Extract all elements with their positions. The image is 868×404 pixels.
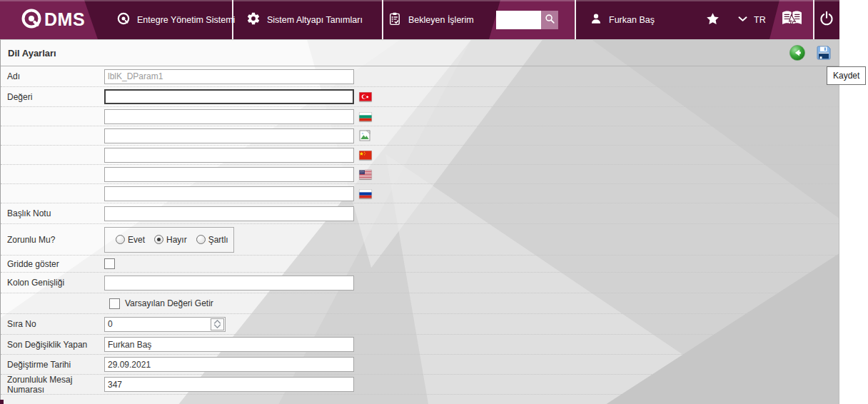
radio-circle[interactable] <box>196 235 206 244</box>
field-label: Son Değişiklik Yapan <box>1 340 104 350</box>
form-row-zorunluluk-mesaj: Zorunluluk Mesaj Numarası <box>1 375 839 395</box>
topbar-search <box>496 0 558 39</box>
form-row-degeri-missing <box>1 126 839 146</box>
degistirme-tarihi-input[interactable] <box>104 357 354 372</box>
logout-button[interactable] <box>819 0 834 39</box>
save-tooltip: Kaydet <box>827 66 866 85</box>
gridde-goster-checkbox[interactable] <box>104 258 115 269</box>
usa-flag-icon <box>359 170 372 179</box>
form-row-degeri-tr: Değeri <box>1 87 839 107</box>
zorunlu-mu-radio-group: Evet Hayır Şartlı <box>104 227 234 253</box>
back-button[interactable] <box>789 44 806 61</box>
user-menu[interactable]: Furkan Baş <box>590 0 655 39</box>
form-row-gridde-goster: Gridde göster <box>1 256 839 273</box>
search-icon <box>544 13 556 27</box>
topbar-divider <box>382 0 383 39</box>
radio-hayir[interactable]: Hayır <box>154 235 187 245</box>
form: Adı Değeri <box>1 66 839 395</box>
corner-chip <box>0 400 4 404</box>
power-icon <box>819 11 834 29</box>
sira-no-input[interactable] <box>104 317 226 332</box>
baslik-notu-input[interactable] <box>104 206 354 221</box>
book-pointer-icon <box>781 9 803 31</box>
field-label: Zorunluluk Mesaj Numarası <box>1 375 104 395</box>
search-input[interactable] <box>496 11 541 29</box>
search-button[interactable] <box>541 11 558 29</box>
gear-icon <box>246 11 261 28</box>
turkey-flag-icon <box>359 92 372 101</box>
form-row-degistirme-tarihi: Değiştirme Tarihi <box>1 355 839 375</box>
radio-sartli[interactable]: Şartlı <box>196 235 228 245</box>
radio-evet[interactable]: Evet <box>116 235 145 245</box>
save-button[interactable] <box>815 44 832 61</box>
radio-circle-selected[interactable] <box>154 235 163 244</box>
app-logo[interactable]: DMS <box>20 0 85 39</box>
app-window: DMS Entegre Yönetim Sistemi Sistem Altya… <box>0 0 868 404</box>
qdms-logo-icon <box>20 7 43 32</box>
russia-flag-icon <box>359 189 372 198</box>
form-row-degeri-us <box>1 165 839 184</box>
clipboard-check-icon <box>388 11 402 28</box>
degeri-input-russian[interactable] <box>104 186 354 201</box>
form-row-degeri-bg <box>1 107 839 126</box>
form-row-degeri-ru <box>1 184 839 203</box>
number-spinner[interactable] <box>211 318 224 330</box>
form-row-baslik-notu: Başlık Notu <box>1 203 839 224</box>
menu-bekleyen-islerim[interactable]: Bekleyen İşlerim <box>388 0 474 39</box>
language-selector[interactable]: TR <box>737 0 766 39</box>
help-documents-button[interactable] <box>781 0 803 39</box>
menu-label: Entegre Yönetim Sistemi <box>137 15 235 25</box>
favorites-button[interactable] <box>705 0 720 39</box>
user-icon <box>590 12 602 27</box>
page-titlebar: Dil Ayarları <box>1 40 839 66</box>
degeri-input-3[interactable] <box>104 128 354 143</box>
menu-entegre-yonetim-sistemi[interactable]: Entegre Yönetim Sistemi <box>116 0 235 39</box>
degeri-input-english[interactable] <box>104 167 354 182</box>
sira-no-field <box>104 317 226 332</box>
field-label: Zorunlu Mu? <box>1 235 104 245</box>
zorunluluk-mesaj-input[interactable] <box>104 377 354 392</box>
menu-sistem-altyapi-tanimlari[interactable]: Sistem Altyapı Tanımları <box>246 0 363 39</box>
form-row-degeri-cn <box>1 146 839 165</box>
son-degisiklik-input[interactable] <box>104 337 354 352</box>
topbar-divider <box>575 0 576 39</box>
page-title: Dil Ayarları <box>1 48 56 59</box>
form-row-kolon-genisligi: Kolon Genişliği <box>1 273 839 293</box>
menu-label: Sistem Altyapı Tanımları <box>267 15 363 25</box>
radio-circle[interactable] <box>116 235 125 244</box>
spinner-down-icon[interactable] <box>213 324 221 328</box>
menu-label: Bekleyen İşlerim <box>408 15 474 25</box>
form-row-varsayilan: Varsayılan Değeri Getir <box>1 293 839 314</box>
field-label: Adı <box>1 71 104 81</box>
degeri-input-turkish[interactable] <box>104 89 354 104</box>
user-name: Furkan Baş <box>609 15 655 25</box>
form-row-son-degisiklik: Son Değişiklik Yapan <box>1 335 839 355</box>
form-row-zorunlu-mu: Zorunlu Mu? Evet Hayır Şartl <box>1 224 839 256</box>
form-row-sira-no: Sıra No <box>1 314 839 335</box>
qdms-circle-icon <box>116 11 131 28</box>
kolon-genisligi-input[interactable] <box>104 276 354 291</box>
degeri-input-bulgarian[interactable] <box>104 109 354 124</box>
adi-input <box>104 69 354 84</box>
degeri-input-chinese[interactable] <box>104 148 354 163</box>
chevron-down-icon <box>737 14 748 26</box>
topbar: DMS Entegre Yönetim Sistemi Sistem Altya… <box>0 0 839 39</box>
star-icon <box>705 11 720 29</box>
topbar-divider <box>813 0 814 39</box>
missing-image-icon <box>359 130 370 141</box>
china-flag-icon <box>359 151 372 160</box>
language-code: TR <box>754 15 766 25</box>
bulgaria-flag-icon <box>359 112 372 121</box>
field-label: Başlık Notu <box>1 208 104 218</box>
field-label: Kolon Genişliği <box>1 278 104 288</box>
varsayilan-checkbox[interactable] <box>109 298 120 309</box>
field-label: Değiştirme Tarihi <box>1 360 104 370</box>
varsayilan-label: Varsayılan Değeri Getir <box>125 298 213 308</box>
field-label: Sıra No <box>1 319 104 329</box>
field-label: Gridde göster <box>1 259 104 269</box>
main-content: Dil Ayarları <box>0 39 839 404</box>
field-label: Değeri <box>1 92 104 102</box>
app-logo-text: DMS <box>44 9 85 30</box>
form-row-adi: Adı <box>1 66 839 87</box>
